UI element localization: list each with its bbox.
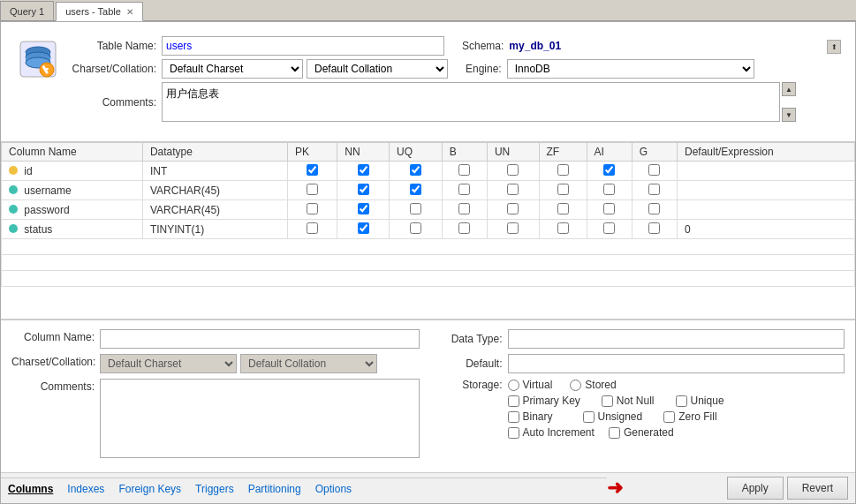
storage-stored-option[interactable]: Stored — [570, 379, 616, 391]
checkbox-g[interactable] — [648, 222, 660, 234]
tab-users[interactable]: users - Table ✕ — [56, 2, 143, 21]
charset-select[interactable]: Default Charset — [162, 59, 303, 79]
detail-charset-select[interactable]: Default Charset — [100, 354, 237, 373]
checkbox-zf[interactable] — [557, 164, 569, 176]
row-un[interactable] — [487, 200, 539, 220]
storage-virtual-option[interactable]: Virtual — [508, 379, 553, 391]
scroll-down-btn[interactable]: ▼ — [782, 108, 796, 122]
checkbox-binary[interactable]: Binary — [508, 410, 553, 423]
table-row[interactable]: username VARCHAR(45) — [2, 181, 855, 200]
comments-textarea[interactable]: 用户信息表 — [162, 82, 780, 122]
checkbox-nn-detail[interactable] — [602, 395, 613, 407]
checkbox-un[interactable] — [507, 184, 519, 195]
checkbox-ai[interactable] — [603, 203, 615, 214]
detail-column-name-input[interactable] — [100, 329, 420, 349]
checkbox-zf-detail[interactable] — [663, 411, 675, 423]
bottom-tab-triggers[interactable]: Triggers — [195, 481, 234, 497]
storage-virtual-radio[interactable] — [508, 380, 519, 391]
checkbox-un[interactable] — [507, 222, 519, 234]
revert-button[interactable]: Revert — [787, 477, 848, 500]
checkbox-zf[interactable] — [557, 203, 569, 214]
row-pk[interactable] — [288, 200, 337, 220]
table-row[interactable]: status TINYINT(1) 0 — [2, 220, 855, 239]
row-g[interactable] — [632, 200, 677, 220]
row-un[interactable] — [487, 181, 539, 200]
checkbox-uq[interactable] — [410, 222, 421, 234]
checkbox-zf[interactable] — [557, 184, 569, 195]
row-uq[interactable] — [389, 181, 442, 200]
row-ai[interactable] — [587, 162, 632, 181]
checkbox-uq-detail[interactable] — [676, 395, 687, 407]
row-b[interactable] — [442, 220, 487, 239]
row-un[interactable] — [487, 220, 539, 239]
checkbox-ai[interactable] — [603, 222, 615, 234]
checkbox-zf[interactable] — [557, 222, 569, 234]
checkbox-nn[interactable] — [358, 222, 369, 234]
bottom-tab-columns[interactable]: Columns — [8, 481, 53, 497]
checkbox-pk-detail[interactable] — [508, 395, 519, 407]
row-uq[interactable] — [389, 162, 442, 181]
checkbox-b-detail[interactable] — [508, 411, 519, 423]
table-row[interactable]: id INT — [2, 162, 855, 181]
checkbox-pk[interactable] — [307, 164, 318, 176]
engine-select[interactable]: InnoDB — [507, 59, 754, 79]
checkbox-gen-detail[interactable] — [609, 427, 620, 439]
row-un[interactable] — [487, 162, 539, 181]
row-g[interactable] — [632, 181, 677, 200]
checkbox-nn[interactable] — [358, 184, 369, 195]
storage-stored-radio[interactable] — [570, 380, 581, 391]
tab-users-close[interactable]: ✕ — [126, 7, 133, 17]
row-pk[interactable] — [288, 162, 337, 181]
checkbox-b[interactable] — [458, 164, 470, 176]
row-ai[interactable] — [587, 220, 632, 239]
detail-comments-textarea[interactable] — [100, 379, 420, 458]
row-zf[interactable] — [539, 181, 587, 200]
checkbox-primary-key[interactable]: Primary Key — [508, 395, 580, 407]
checkbox-b[interactable] — [458, 203, 470, 214]
checkbox-nn[interactable] — [358, 203, 369, 214]
collation-select[interactable]: Default Collation — [307, 59, 448, 79]
row-pk[interactable] — [288, 181, 337, 200]
row-b[interactable] — [442, 181, 487, 200]
checkbox-zerofill[interactable]: Zero Fill — [663, 410, 716, 423]
detail-default-input[interactable] — [508, 354, 845, 373]
checkbox-ai-detail[interactable] — [508, 427, 519, 439]
checkbox-un[interactable] — [507, 164, 519, 176]
bottom-tab-options[interactable]: Options — [315, 481, 352, 497]
row-nn[interactable] — [337, 220, 390, 239]
row-g[interactable] — [632, 162, 677, 181]
row-uq[interactable] — [389, 200, 442, 220]
bottom-tab-foreign-keys[interactable]: Foreign Keys — [118, 481, 181, 497]
checkbox-pk[interactable] — [307, 184, 318, 195]
checkbox-uq[interactable] — [410, 184, 421, 195]
row-zf[interactable] — [539, 220, 587, 239]
checkbox-g[interactable] — [648, 203, 660, 214]
checkbox-pk[interactable] — [307, 222, 318, 234]
checkbox-pk[interactable] — [307, 203, 318, 214]
scroll-up-btn[interactable]: ▲ — [782, 82, 796, 96]
checkbox-b[interactable] — [458, 222, 470, 234]
checkbox-b[interactable] — [458, 184, 470, 195]
row-nn[interactable] — [337, 162, 390, 181]
row-b[interactable] — [442, 200, 487, 220]
bottom-tab-indexes[interactable]: Indexes — [67, 481, 104, 497]
tab-query1[interactable]: Query 1 — [0, 1, 54, 20]
checkbox-ai[interactable] — [603, 164, 615, 176]
table-row[interactable]: password VARCHAR(45) — [2, 200, 855, 220]
row-ai[interactable] — [587, 181, 632, 200]
row-g[interactable] — [632, 220, 677, 239]
checkbox-uq[interactable] — [410, 203, 421, 214]
checkbox-unsigned[interactable]: Unsigned — [583, 410, 643, 423]
row-uq[interactable] — [389, 220, 442, 239]
row-pk[interactable] — [288, 220, 337, 239]
checkbox-unique[interactable]: Unique — [676, 395, 724, 407]
checkbox-not-null[interactable]: Not Null — [602, 395, 655, 407]
row-zf[interactable] — [539, 162, 587, 181]
checkbox-un-detail[interactable] — [583, 411, 595, 423]
row-ai[interactable] — [587, 200, 632, 220]
checkbox-nn[interactable] — [358, 164, 369, 176]
checkbox-auto-increment[interactable]: Auto Increment — [508, 426, 595, 439]
row-b[interactable] — [442, 162, 487, 181]
table-name-input[interactable] — [162, 36, 444, 56]
apply-button[interactable]: Apply — [727, 477, 784, 500]
